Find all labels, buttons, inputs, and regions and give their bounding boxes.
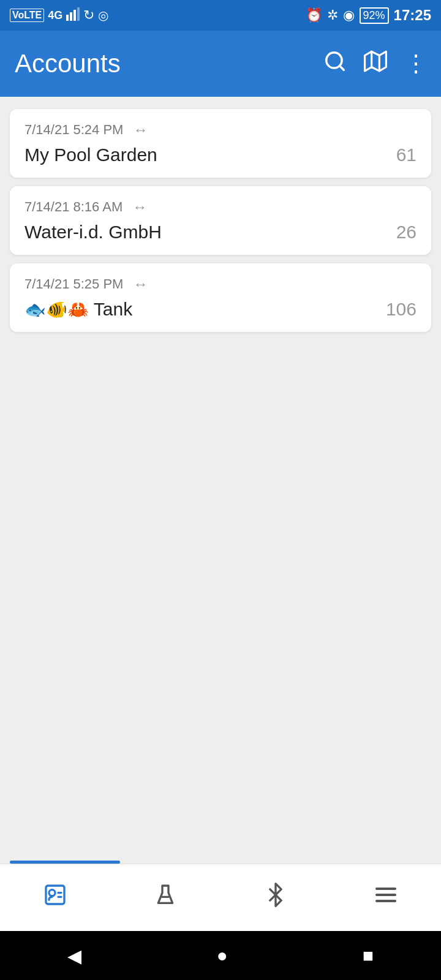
app-bar: Accounts ⋮: [0, 31, 441, 97]
nav-item-bluetooth[interactable]: [221, 864, 331, 931]
svg-point-10: [49, 890, 55, 896]
account-emoji-2: 🐟🐠🦀: [24, 300, 89, 319]
sync-arrow-icon-0: ↔: [133, 121, 148, 138]
alarm-icon: ⏰: [306, 7, 322, 23]
svg-line-5: [339, 66, 344, 70]
map-icon[interactable]: [364, 50, 387, 78]
card-body-2: 🐟🐠🦀 Tank 106: [24, 299, 417, 320]
account-card-0[interactable]: 7/14/21 5:24 PM ↔ My Pool Garden 61: [10, 109, 431, 178]
account-count-1: 26: [396, 222, 417, 243]
battery-indicator: 92%: [360, 7, 389, 24]
system-nav-bar: ◀ ● ■: [0, 931, 441, 980]
bluetooth-status-icon: ✲: [327, 7, 338, 23]
account-name-2: 🐟🐠🦀 Tank: [24, 299, 132, 320]
signal-4g-icon: 4G: [48, 9, 62, 22]
sync-arrow-icon-1: ↔: [132, 198, 147, 216]
card-body-0: My Pool Garden 61: [24, 145, 417, 165]
status-left-icons: VoLTE 4G ↻ ◎: [10, 7, 108, 24]
app-bar-actions: ⋮: [323, 50, 426, 78]
svg-marker-6: [365, 51, 386, 71]
volte-indicator: VoLTE: [10, 9, 44, 22]
location-icon: ◎: [98, 8, 108, 23]
card-header-2: 7/14/21 5:25 PM ↔: [24, 276, 417, 293]
search-icon[interactable]: [323, 50, 347, 78]
bluetooth-nav-icon: [263, 883, 288, 913]
account-count-2: 106: [386, 299, 417, 320]
time-display: 17:25: [394, 7, 431, 24]
account-name-0: My Pool Garden: [24, 145, 157, 165]
recents-button[interactable]: ■: [363, 945, 374, 966]
home-button[interactable]: ●: [216, 945, 227, 966]
cast-icon: ◉: [343, 7, 355, 23]
card-header-1: 7/14/21 8:16 AM ↔: [24, 198, 417, 216]
svg-rect-0: [66, 15, 69, 21]
menu-nav-icon: [374, 883, 398, 913]
svg-rect-1: [70, 12, 72, 21]
accounts-list: 7/14/21 5:24 PM ↔ My Pool Garden 61 7/14…: [0, 97, 441, 860]
card-date-0: 7/14/21 5:24 PM: [24, 122, 123, 138]
card-date-1: 7/14/21 8:16 AM: [24, 199, 123, 215]
account-card-2[interactable]: 7/14/21 5:25 PM ↔ 🐟🐠🦀 Tank 106: [10, 263, 431, 332]
status-bar: VoLTE 4G ↻ ◎ ⏰ ✲ ◉ 92% 17:25: [0, 0, 441, 31]
card-header-0: 7/14/21 5:24 PM ↔: [24, 121, 417, 138]
nav-item-accounts[interactable]: [0, 864, 110, 931]
signal-bars-icon: [66, 7, 80, 24]
lab-flask-icon: [153, 883, 178, 913]
account-count-0: 61: [396, 145, 417, 165]
bottom-nav: [0, 864, 441, 931]
accounts-nav-icon: [43, 883, 67, 913]
sync-arrow-icon-2: ↔: [133, 276, 148, 293]
status-right-icons: ⏰ ✲ ◉ 92% 17:25: [306, 7, 431, 24]
svg-rect-2: [74, 10, 76, 21]
more-vert-icon[interactable]: ⋮: [404, 50, 426, 77]
card-body-1: Water-i.d. GmbH 26: [24, 222, 417, 243]
svg-rect-3: [77, 7, 80, 21]
account-name-1: Water-i.d. GmbH: [24, 222, 162, 243]
page-title: Accounts: [15, 49, 121, 78]
card-date-2: 7/14/21 5:25 PM: [24, 276, 123, 292]
nav-item-lab[interactable]: [110, 864, 221, 931]
sync-icon: ↻: [83, 7, 94, 23]
back-button[interactable]: ◀: [67, 945, 81, 967]
account-card-1[interactable]: 7/14/21 8:16 AM ↔ Water-i.d. GmbH 26: [10, 186, 431, 255]
nav-item-menu[interactable]: [331, 864, 441, 931]
nav-indicator: [10, 861, 120, 864]
